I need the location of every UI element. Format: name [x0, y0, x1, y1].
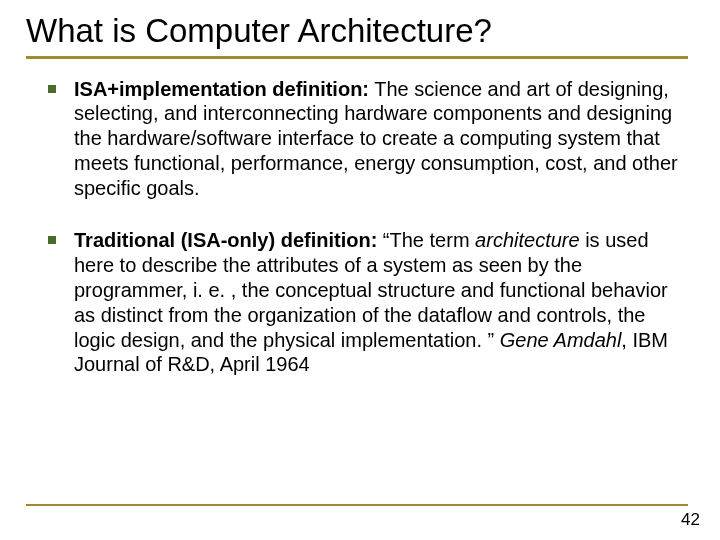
bottom-rule [26, 504, 688, 506]
item-lead: ISA+implementation definition: [74, 78, 369, 100]
item-pre: “The term [377, 229, 475, 251]
top-rule [26, 56, 688, 59]
square-bullet-icon [48, 236, 56, 244]
page-number: 42 [681, 510, 700, 530]
content: ISA+implementation definition: The scien… [26, 77, 688, 378]
square-bullet-icon [48, 85, 56, 93]
item-attribution: Gene Amdahl [500, 329, 622, 351]
list-item: Traditional (ISA-only) definition: “The … [48, 228, 684, 377]
slide-title: What is Computer Architecture? [26, 12, 688, 50]
item-body: Traditional (ISA-only) definition: “The … [74, 228, 684, 377]
item-lead: Traditional (ISA-only) definition: [74, 229, 377, 251]
item-italic-term: architecture [475, 229, 580, 251]
slide: What is Computer Architecture? ISA+imple… [0, 0, 720, 540]
item-body: ISA+implementation definition: The scien… [74, 77, 684, 201]
list-item: ISA+implementation definition: The scien… [48, 77, 684, 201]
